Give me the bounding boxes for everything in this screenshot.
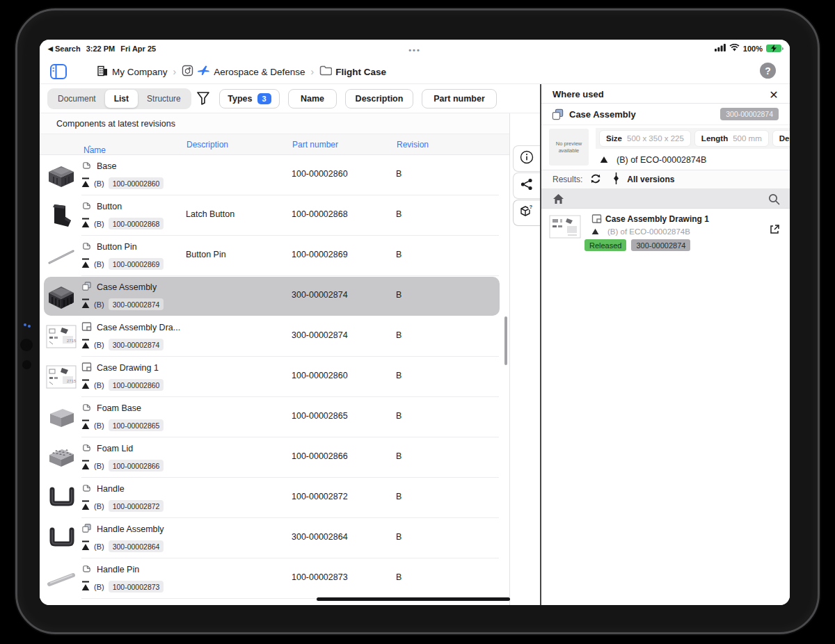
revision-label: (B)	[94, 583, 104, 591]
versions-filter[interactable]: All versions	[627, 175, 674, 184]
column-header-row: Name⌃ Description Part number Revision	[40, 134, 509, 155]
filter-icon[interactable]	[196, 90, 210, 108]
list-scrollbar[interactable]	[504, 316, 507, 365]
table-row[interactable]: Handle(B)100-00002872100-00002872B	[40, 478, 509, 518]
segment-document[interactable]: Document	[49, 90, 105, 108]
row-name-cell: Button(B)100-00002868	[81, 200, 184, 230]
search-icon[interactable]	[768, 193, 780, 207]
svg-text:2715: 2715	[67, 379, 77, 383]
table-row[interactable]: Base(B)100-00002860100-00002860B	[40, 155, 509, 195]
results-search-bar[interactable]	[541, 189, 790, 209]
column-header-part-number[interactable]: Part number	[292, 140, 338, 150]
tab-share[interactable]	[513, 172, 540, 199]
table-row[interactable]: Button(B)100-00002868Latch Button100-000…	[40, 195, 509, 236]
revision-label: (B)	[94, 462, 104, 470]
sidebar-toggle-button[interactable]	[49, 63, 67, 81]
table-row[interactable]: Handle Pin(B)100-00002873100-00002873B	[40, 558, 509, 599]
row-name-cell: Handle Pin(B)100-00002873	[81, 563, 184, 593]
filter-button-part-number[interactable]: Part number	[422, 89, 497, 108]
row-name: Foam Base	[97, 403, 141, 413]
row-part-number: 100-00002866	[292, 451, 395, 461]
help-icon: ?	[765, 65, 771, 77]
table-row[interactable]: Foam Lid(B)100-00002866100-00002866B	[40, 437, 509, 478]
revision-label: (B)	[94, 381, 104, 389]
chevron-right-icon: ›	[311, 66, 315, 77]
workspace-icon	[182, 65, 193, 79]
table-body: Base(B)100-00002860100-00002860BButton(B…	[40, 155, 509, 599]
tab-info[interactable]	[513, 145, 540, 172]
where-used-result-item[interactable]: Case Assembly Drawing 1 (B) of ECO-00002…	[541, 209, 790, 255]
refresh-icon[interactable]	[590, 173, 601, 186]
screenshot-stage: ◀ Search 3:22 PM Fri Apr 25 ••• 100% My …	[0, 0, 835, 644]
property-chip-length[interactable]: Length500 mm	[694, 130, 769, 147]
row-name: Handle Assembly	[97, 524, 164, 534]
revision-label: (B)	[94, 260, 104, 268]
filter-button-name[interactable]: Name	[288, 89, 337, 108]
breadcrumb-item[interactable]: Flight Case	[319, 65, 386, 78]
segment-structure[interactable]: Structure	[138, 90, 190, 108]
drawing-icon	[81, 321, 92, 334]
types-filter-button[interactable]: Types 3	[219, 89, 280, 108]
table-row[interactable]: Handle Assembly(B)300-00002864300-000028…	[40, 518, 509, 558]
components-list: Components at latest revisions Name⌃ Des…	[40, 113, 510, 605]
part-icon	[81, 200, 92, 213]
table-row[interactable]: Case Assembly(B)300-00002874300-00002874…	[40, 276, 509, 316]
part-icon	[81, 563, 92, 576]
camera-lens	[22, 360, 31, 369]
thumbnail-drawing: 2715	[45, 322, 77, 351]
table-row[interactable]: 2715Case Assembly Dra...(B)300-000028743…	[40, 316, 509, 357]
release-triangle-icon	[591, 227, 599, 236]
release-state-icon	[81, 339, 90, 351]
app-header: My Company›Aerospace & Defense›Flight Ca…	[40, 59, 790, 84]
side-tab-strip: ?	[510, 113, 540, 605]
release-state-icon	[81, 460, 90, 472]
column-header-description[interactable]: Description	[186, 140, 228, 150]
property-chip-depth[interactable]: Depth35	[772, 130, 790, 147]
table-row[interactable]: 2715Case Drawing 1(B)100-00002860100-000…	[40, 357, 509, 397]
part-number-badge: 300-00002864	[109, 540, 164, 552]
table-row[interactable]: Foam Base(B)100-00002865100-00002865B	[40, 397, 509, 437]
property-chips-row[interactable]: Size500 x 350 x 225Length500 mmDepth35	[596, 128, 790, 149]
help-button[interactable]: ?	[760, 63, 776, 79]
section-title: Components at latest revisions	[56, 119, 175, 129]
part-icon	[81, 402, 92, 414]
multitask-dots[interactable]: •••	[408, 46, 421, 54]
row-name-cell: Base(B)100-00002860	[81, 160, 184, 189]
revision-label: (B)	[94, 421, 104, 430]
battery-icon	[766, 45, 781, 52]
property-chip-size[interactable]: Size500 x 350 x 225	[599, 130, 691, 147]
drawing-icon	[591, 214, 602, 226]
part-number-badge: 100-00002873	[109, 581, 164, 593]
home-indicator[interactable]	[317, 597, 510, 601]
table-row[interactable]: Button Pin(B)100-00002869Button Pin100-0…	[40, 236, 509, 276]
camera-lens	[20, 339, 33, 351]
part-number-badge: 100-00002860	[109, 177, 164, 189]
home-icon[interactable]	[552, 193, 564, 207]
part-icon	[81, 241, 92, 253]
no-preview-placeholder: No preview available	[549, 129, 589, 166]
part-number-badge: 300-00002874	[109, 298, 164, 310]
part-icon	[81, 442, 92, 455]
tab-where-used[interactable]: ?	[513, 200, 540, 226]
released-status-badge: Released	[584, 239, 626, 251]
thumbnail-handle	[45, 524, 77, 553]
breadcrumb-label: My Company	[112, 67, 168, 77]
breadcrumb-item[interactable]: Aerospace & Defense	[182, 65, 305, 79]
row-name-cell: Foam Lid(B)100-00002866	[81, 442, 184, 472]
versions-icon	[613, 172, 619, 186]
row-name-cell: Case Assembly(B)300-00002874	[81, 281, 184, 310]
row-part-number: 100-00002865	[292, 411, 395, 421]
close-icon[interactable]: ✕	[766, 87, 781, 102]
segment-list[interactable]: List	[105, 90, 138, 108]
release-state-icon	[81, 258, 90, 270]
column-header-revision[interactable]: Revision	[397, 140, 429, 150]
filter-button-description[interactable]: Description	[345, 89, 413, 108]
results-label: Results:	[552, 175, 582, 184]
back-to-search[interactable]: ◀ Search	[48, 45, 81, 53]
folder-icon	[319, 65, 332, 78]
row-revision: B	[396, 492, 438, 501]
open-external-icon[interactable]	[769, 224, 780, 237]
release-state-icon	[81, 218, 90, 230]
wifi-icon	[729, 44, 740, 53]
breadcrumb-item[interactable]: My Company	[97, 65, 168, 79]
